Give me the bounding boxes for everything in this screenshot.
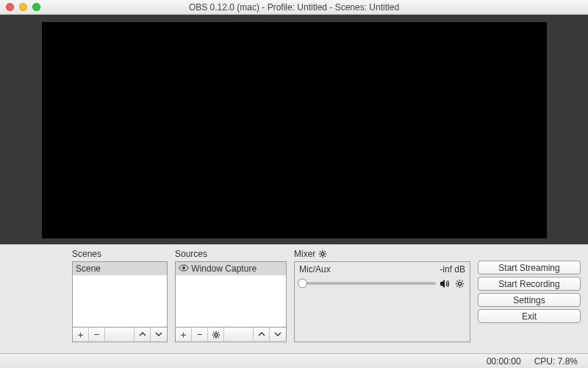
move-scene-down-button[interactable] xyxy=(151,328,167,342)
status-time: 00:00:00 xyxy=(487,356,521,367)
svg-point-1 xyxy=(182,266,185,269)
minus-icon: − xyxy=(197,330,203,339)
svg-line-28 xyxy=(462,280,462,281)
minus-icon: − xyxy=(94,330,100,339)
list-item[interactable]: Scene xyxy=(73,262,167,275)
move-source-down-button[interactable] xyxy=(270,328,286,342)
svg-line-27 xyxy=(456,286,457,286)
scene-name: Scene xyxy=(76,263,101,274)
scenes-list[interactable]: Scene xyxy=(72,261,168,328)
svg-point-2 xyxy=(215,333,218,336)
sources-toolbar: ＋ − xyxy=(175,328,287,342)
mixer-box: Mic/Aux -inf dB xyxy=(294,261,470,342)
source-properties-button[interactable] xyxy=(208,328,224,342)
mixer-channel-level: -inf dB xyxy=(440,264,465,275)
exit-button[interactable]: Exit xyxy=(478,309,581,323)
remove-scene-button[interactable]: − xyxy=(89,328,105,342)
remove-source-button[interactable]: − xyxy=(192,328,208,342)
move-scene-up-button[interactable] xyxy=(135,328,151,342)
svg-line-16 xyxy=(320,251,321,252)
plus-icon: ＋ xyxy=(76,330,85,339)
move-source-up-button[interactable] xyxy=(254,328,270,342)
close-icon[interactable] xyxy=(6,3,14,11)
toolbar-spacer xyxy=(224,328,254,342)
status-cpu: CPU: 7.8% xyxy=(534,356,578,367)
buttons-panel: Start Streaming Start Recording Settings… xyxy=(478,249,581,353)
svg-line-8 xyxy=(218,336,218,337)
toolbar-spacer xyxy=(105,328,135,342)
mixer-slider-row xyxy=(299,277,465,289)
mixer-label-text: Mixer xyxy=(294,249,315,259)
speaker-icon[interactable] xyxy=(439,277,451,289)
scenes-toolbar: ＋ − xyxy=(72,328,168,342)
sources-panel: Sources Window Capture ＋ − xyxy=(175,249,287,353)
window-controls xyxy=(0,3,40,11)
source-name: Window Capture xyxy=(191,263,257,274)
status-bar: 00:00:00 CPU: 7.8% xyxy=(0,353,588,368)
titlebar: OBS 0.12.0 (mac) - Profile: Untitled - S… xyxy=(0,0,588,15)
svg-line-17 xyxy=(325,256,326,257)
add-source-button[interactable]: ＋ xyxy=(176,328,192,342)
chevron-up-icon xyxy=(258,332,265,337)
sources-list[interactable]: Window Capture xyxy=(175,261,287,328)
gear-icon[interactable] xyxy=(318,250,327,258)
visibility-eye-icon[interactable] xyxy=(179,264,189,272)
gear-icon xyxy=(212,330,220,339)
chevron-down-icon xyxy=(155,332,162,337)
svg-point-11 xyxy=(321,252,324,255)
slider-thumb[interactable] xyxy=(298,279,307,289)
maximize-icon[interactable] xyxy=(32,3,40,11)
volume-slider[interactable] xyxy=(299,282,436,285)
preview-area xyxy=(0,15,588,244)
svg-line-7 xyxy=(213,332,214,333)
scenes-label: Scenes xyxy=(72,249,168,261)
start-streaming-button[interactable]: Start Streaming xyxy=(478,261,581,275)
list-item[interactable]: Window Capture xyxy=(176,262,286,275)
add-scene-button[interactable]: ＋ xyxy=(73,328,89,342)
plus-icon: ＋ xyxy=(179,330,188,339)
mixer-panel: Mixer Mic/Aux -inf dB xyxy=(294,249,470,353)
preview-canvas[interactable] xyxy=(42,22,547,238)
controls-row: Scenes Scene ＋ − xyxy=(0,244,588,353)
mixer-channel-header: Mic/Aux -inf dB xyxy=(299,264,465,277)
settings-button[interactable]: Settings xyxy=(478,293,581,307)
mixer-channel-name: Mic/Aux xyxy=(299,264,331,275)
svg-point-20 xyxy=(458,282,461,285)
chevron-up-icon xyxy=(139,332,146,337)
sources-label: Sources xyxy=(175,249,287,261)
svg-line-26 xyxy=(462,286,462,286)
svg-line-10 xyxy=(218,332,218,333)
svg-line-19 xyxy=(325,251,326,252)
window-title: OBS 0.12.0 (mac) - Profile: Untitled - S… xyxy=(0,2,588,13)
svg-line-9 xyxy=(213,336,214,337)
mixer-label: Mixer xyxy=(294,249,470,261)
svg-line-25 xyxy=(456,280,457,281)
chevron-down-icon xyxy=(274,332,282,337)
scenes-panel: Scenes Scene ＋ − xyxy=(72,249,168,353)
svg-line-18 xyxy=(320,256,321,257)
gear-icon[interactable] xyxy=(453,277,465,289)
minimize-icon[interactable] xyxy=(19,3,27,11)
start-recording-button[interactable]: Start Recording xyxy=(478,277,581,291)
